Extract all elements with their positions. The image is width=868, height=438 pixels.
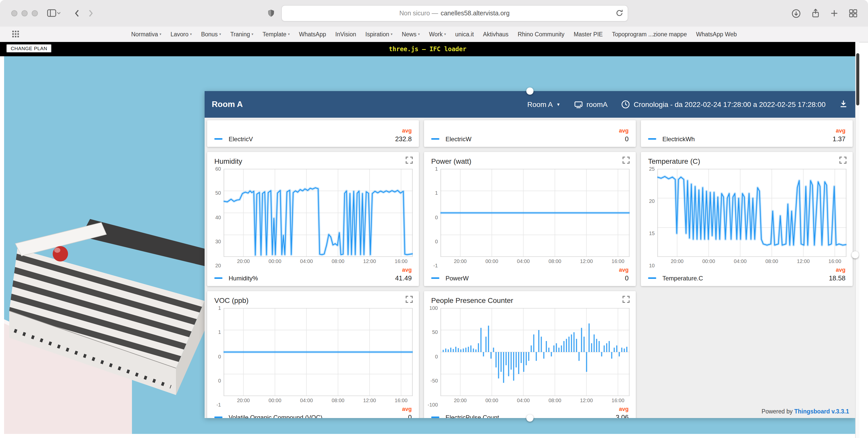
- aggregation-label[interactable]: avg: [619, 127, 629, 134]
- widget-legend: avgVolatile Organic Compound (VOC)0: [207, 405, 419, 418]
- y-tick: 1: [435, 191, 438, 196]
- resize-handle-top[interactable]: [526, 87, 533, 95]
- forward-icon[interactable]: [88, 9, 94, 18]
- thingsboard-link[interactable]: Thingsboard v.3.3.1: [794, 408, 849, 414]
- reload-icon[interactable]: [615, 9, 623, 18]
- aggregation-label[interactable]: avg: [836, 127, 845, 134]
- bookmark-item[interactable]: Traning▾: [230, 31, 253, 37]
- page-viewport: CHANGE PLAN three.js — IFC loader: [0, 42, 859, 438]
- legend-row: Humidity%41.49: [214, 274, 412, 282]
- x-tick: 04:00: [300, 258, 313, 264]
- series-value: 232.8: [395, 135, 412, 143]
- bookmark-item[interactable]: Lavoro▾: [170, 31, 192, 37]
- browser-toolbar: Non sicuro — canelles58.altervista.org: [0, 0, 868, 27]
- bookmark-item[interactable]: InVision: [335, 31, 356, 37]
- y-tick: 10: [649, 263, 655, 268]
- fullscreen-icon[interactable]: [406, 296, 413, 305]
- bookmark-item[interactable]: Template▾: [262, 31, 290, 37]
- plot-main: 20:0000:0004:0008:0012:0016:00: [223, 169, 413, 266]
- aggregation-label[interactable]: avg: [619, 406, 629, 412]
- url-text: canelles58.altervista.org: [441, 10, 510, 17]
- x-tick: 04:00: [300, 398, 313, 403]
- dashboard-header: Room A Room A ▼ roomA Cronologia - da 20…: [205, 91, 855, 118]
- series-value: 0: [625, 274, 629, 282]
- y-tick: 20: [649, 198, 655, 204]
- close-window-button[interactable]: [11, 10, 18, 17]
- resize-handle-bottom[interactable]: [526, 414, 533, 421]
- chart-canvas[interactable]: [440, 308, 630, 396]
- plot-area[interactable]: [657, 169, 846, 257]
- chart-canvas[interactable]: [223, 308, 413, 396]
- aggregation-label[interactable]: avg: [402, 267, 412, 273]
- bookmark-item[interactable]: Bonus▾: [201, 31, 221, 37]
- plot-area[interactable]: [223, 169, 413, 257]
- x-tick: 16:00: [612, 258, 624, 264]
- bookmark-label: Bonus: [201, 31, 218, 37]
- downloads-icon[interactable]: [791, 8, 801, 18]
- legend-row: Temperature.C18.58: [648, 274, 845, 282]
- series-name: Temperature.C: [662, 274, 703, 282]
- resize-handle-right[interactable]: [851, 251, 859, 258]
- fullscreen-icon[interactable]: [622, 296, 630, 305]
- fullscreen-icon[interactable]: [622, 156, 630, 166]
- address-bar[interactable]: Non sicuro — canelles58.altervista.org: [281, 5, 628, 22]
- aggregation-label[interactable]: avg: [402, 406, 412, 412]
- bookmark-item[interactable]: WhatsApp: [299, 31, 326, 37]
- back-icon[interactable]: [74, 9, 80, 18]
- legend-row: ElectrickWh1.37: [648, 135, 845, 143]
- y-tick: 40: [215, 214, 221, 220]
- y-axis-labels: 25201510: [644, 169, 657, 266]
- bookmark-item[interactable]: News▾: [402, 31, 420, 37]
- chart-canvas[interactable]: [657, 169, 846, 257]
- zoom-window-button[interactable]: [32, 10, 38, 17]
- plot-area[interactable]: [440, 308, 630, 396]
- device-icon: [574, 100, 583, 109]
- bookmark-item[interactable]: Work▾: [429, 31, 446, 37]
- bookmark-item[interactable]: unica.it: [455, 31, 474, 37]
- legend-row: ElectricV232.8: [214, 135, 412, 143]
- new-tab-icon[interactable]: [830, 9, 838, 18]
- series-marker: [431, 138, 439, 140]
- time-window-button[interactable]: Cronologia - da 2022-02-24 17:28:00 a 20…: [621, 100, 826, 109]
- favorites-grid-icon[interactable]: [12, 31, 19, 38]
- state-select[interactable]: Room A ▼: [527, 100, 560, 109]
- bookmarks-bar: Normativa▾Lavoro▾Bonus▾Traning▾Template▾…: [0, 27, 868, 42]
- minimize-window-button[interactable]: [22, 10, 28, 17]
- privacy-shield-icon[interactable]: [267, 9, 275, 18]
- plot-area[interactable]: [223, 308, 413, 396]
- x-axis-labels: 20:0000:0004:0008:0012:0016:00: [440, 257, 630, 266]
- bookmark-label: InVision: [335, 31, 356, 37]
- sidebar-toggle-icon[interactable]: [47, 9, 60, 18]
- page-title: three.js — IFC loader: [0, 46, 855, 53]
- x-tick: 12:00: [363, 258, 376, 264]
- plot-area[interactable]: [440, 169, 630, 257]
- scrollbar-thumb[interactable]: [856, 53, 859, 106]
- building-model: [4, 215, 209, 434]
- chart-canvas[interactable]: [440, 169, 630, 257]
- fullscreen-icon[interactable]: [406, 156, 413, 166]
- widget-card-partial: avgElectrickWh1.37: [641, 120, 852, 147]
- share-icon[interactable]: [811, 8, 820, 19]
- bookmark-item[interactable]: Master PIE: [574, 31, 603, 37]
- bookmark-item[interactable]: Aktivhaus: [483, 31, 509, 37]
- x-tick: 16:00: [395, 258, 407, 264]
- tab-overview-icon[interactable]: [848, 9, 858, 18]
- export-download-icon[interactable]: [839, 99, 848, 110]
- bookmark-item[interactable]: WhatsApp Web: [696, 31, 737, 37]
- series-name: Humidity%: [229, 274, 258, 282]
- aggregation-label[interactable]: avg: [619, 267, 629, 273]
- y-axis-labels: 6050403020: [210, 169, 223, 266]
- chart-canvas[interactable]: [223, 169, 413, 257]
- aggregation-label[interactable]: avg: [402, 127, 412, 134]
- y-tick: 15: [649, 231, 655, 236]
- x-axis-labels: 20:0000:0004:0008:0012:0016:00: [657, 257, 846, 266]
- bookmark-item[interactable]: Ispiration▾: [366, 31, 393, 37]
- y-tick: 1: [218, 329, 221, 335]
- chart-plot: 100500-50-10020:0000:0004:0008:0012:0016…: [424, 306, 636, 405]
- bookmark-item[interactable]: Topoprogram ...zione mappe: [612, 31, 687, 37]
- aggregation-label[interactable]: avg: [836, 267, 845, 273]
- series-marker: [214, 277, 222, 279]
- bookmark-item[interactable]: Normativa▾: [131, 31, 161, 37]
- fullscreen-icon[interactable]: [839, 156, 846, 166]
- bookmark-item[interactable]: Rhino Community: [518, 31, 564, 37]
